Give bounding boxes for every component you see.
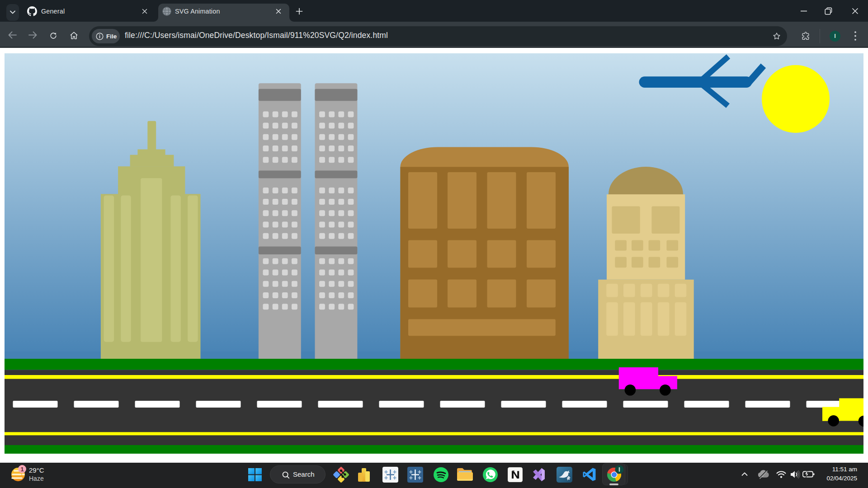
svg-text:1: 1 — [20, 466, 24, 473]
